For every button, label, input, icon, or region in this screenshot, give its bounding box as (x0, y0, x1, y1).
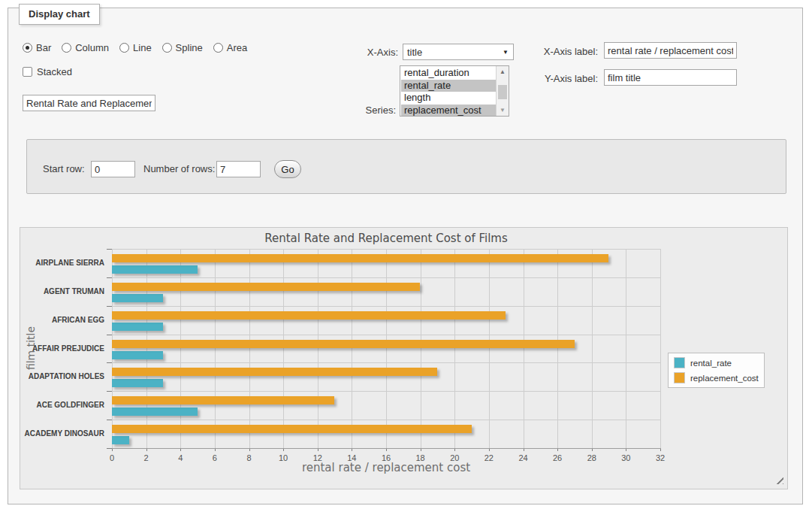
gridline (454, 249, 455, 448)
bar-replacement_cost (112, 340, 575, 348)
x-axis-selected-value: title (403, 47, 503, 58)
chart-container: Rental Rate and Replacement Cost of Film… (20, 227, 788, 489)
radio-icon[interactable] (62, 43, 71, 53)
stacked-checkbox[interactable] (23, 67, 32, 77)
chart-type-label: Column (75, 42, 109, 53)
chevron-down-icon: ▼ (503, 49, 513, 56)
series-option-rental_duration[interactable]: rental_duration (401, 67, 496, 80)
scrollbar-thumb[interactable] (498, 85, 507, 99)
chart-legend: rental_ratereplacement_cost (668, 353, 765, 388)
gridline (112, 306, 660, 307)
radio-icon[interactable] (162, 43, 172, 53)
bar-replacement_cost (112, 254, 608, 262)
bar-rental_rate (112, 407, 198, 416)
go-button[interactable]: Go (274, 160, 301, 178)
chart-type-option-column[interactable]: Column (62, 42, 109, 53)
x-tick-label: 24 (512, 453, 535, 462)
legend-swatch-replacement_cost (674, 372, 685, 383)
chart-type-option-bar[interactable]: Bar (23, 42, 51, 53)
chart-type-label: Spline (176, 42, 203, 53)
x-tick-label: 6 (204, 453, 226, 462)
gridline (386, 249, 387, 448)
bar-rental_rate (112, 379, 163, 387)
bar-replacement_cost (112, 368, 437, 376)
gridline (318, 249, 318, 448)
x-tick-label: 30 (614, 453, 637, 462)
resize-handle-icon[interactable] (774, 474, 783, 484)
bar-replacement_cost (112, 311, 506, 320)
gridline (283, 249, 284, 448)
scroll-down-icon[interactable]: ▼ (497, 105, 509, 116)
gridline (592, 249, 593, 448)
gridline (112, 391, 660, 392)
gridline (180, 249, 181, 448)
series-option-length[interactable]: length (401, 92, 496, 105)
chart-type-label: Bar (36, 42, 51, 53)
chart-type-label: Line (133, 42, 152, 53)
row-range-box: Start row: Number of rows: Go (26, 139, 786, 194)
chart-type-option-line[interactable]: Line (119, 42, 152, 53)
x-tick-label: 26 (546, 453, 569, 462)
gridline (146, 249, 147, 448)
gridline (524, 249, 524, 448)
x-tick-label: 12 (306, 453, 329, 462)
x-tick-label: 20 (443, 453, 466, 462)
series-label: Series: (323, 105, 396, 117)
tick-mark (107, 306, 112, 307)
legend-label: replacement_cost (690, 374, 759, 383)
x-tick-label: 22 (478, 453, 500, 462)
gridline (557, 249, 558, 448)
category-label: ADAPTATION HOLES (20, 372, 104, 380)
gridline (112, 335, 660, 335)
x-axis-select[interactable]: title ▼ (403, 44, 514, 60)
stacked-label: Stacked (37, 66, 72, 77)
series-option-replacement_cost[interactable]: replacement_cost (401, 105, 496, 117)
x-axis-label-label: X-Axis label: (526, 46, 598, 58)
chart-type-option-spline[interactable]: Spline (162, 42, 203, 53)
bar-rental_rate (112, 323, 163, 331)
number-of-rows-input[interactable] (216, 161, 261, 177)
y-axis-label-input[interactable] (604, 69, 737, 86)
series-option-rental_rate[interactable]: rental_rate (401, 80, 496, 92)
radio-icon[interactable] (213, 43, 223, 53)
gridline (112, 277, 660, 278)
tick-mark (107, 335, 112, 335)
radio-icon[interactable] (119, 43, 129, 53)
bar-rental_rate (112, 294, 163, 302)
x-tick-label: 32 (649, 453, 672, 462)
series-listbox[interactable]: rental_durationrental_ratelengthreplacem… (400, 65, 509, 117)
x-axis-label-input[interactable] (604, 42, 737, 59)
gridline (215, 249, 216, 448)
stacked-option[interactable]: Stacked (23, 66, 72, 77)
number-of-rows-label: Number of rows: (143, 161, 215, 177)
x-tick-label: 16 (375, 453, 397, 462)
category-label: AIRPLANE SIERRA (20, 259, 104, 267)
chart-title-input[interactable] (23, 95, 155, 111)
x-tick-label: 8 (238, 453, 261, 462)
x-axis-select-label: X-Axis: (323, 47, 398, 59)
page: Display chart BarColumnLineSplineArea St… (0, 0, 812, 512)
series-scrollbar[interactable]: ▲ ▼ (496, 66, 509, 116)
y-axis-label-label: Y-Axis label: (526, 73, 598, 85)
category-label: AFRICAN EGG (20, 316, 104, 324)
chart-type-option-area[interactable]: Area (213, 42, 247, 53)
radio-icon[interactable] (23, 43, 32, 53)
x-axis-title: rental rate / replacement cost (112, 461, 660, 474)
legend-item: replacement_cost (674, 372, 759, 383)
x-tick-label: 28 (581, 453, 603, 462)
category-label: AFFAIR PREJUDICE (20, 344, 104, 353)
legend-label: rental_rate (690, 359, 732, 368)
gridline (112, 249, 113, 448)
start-row-input[interactable] (91, 161, 135, 177)
bar-replacement_cost (112, 396, 334, 404)
x-tick-label: 18 (409, 453, 432, 462)
chart-type-label: Area (227, 42, 247, 53)
gridline (626, 249, 626, 448)
x-tick-label: 14 (340, 453, 363, 462)
tick-mark (107, 362, 112, 363)
start-row-label: Start row: (43, 161, 85, 177)
series-options: rental_durationrental_ratelengthreplacem… (401, 67, 496, 115)
tick-mark (107, 277, 112, 278)
gridline (112, 420, 660, 420)
scroll-up-icon[interactable]: ▲ (497, 66, 509, 77)
